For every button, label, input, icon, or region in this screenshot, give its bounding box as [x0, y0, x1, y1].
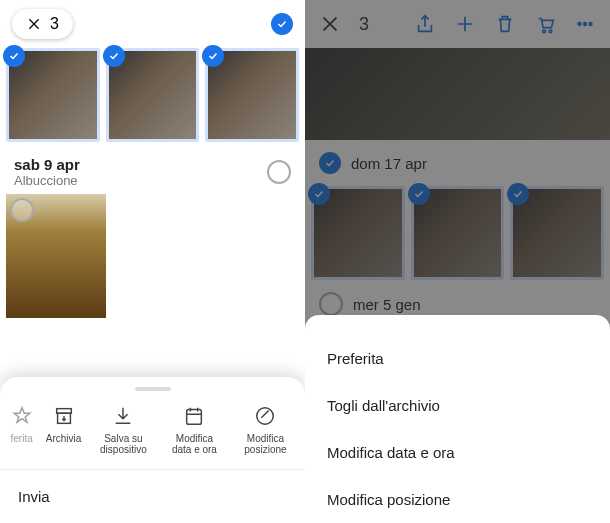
section-select-circle[interactable] [267, 160, 291, 184]
photo-thumb[interactable] [6, 48, 100, 142]
photo-thumb[interactable] [6, 194, 106, 318]
send-action[interactable]: Invia [0, 470, 305, 505]
select-all-check[interactable] [271, 13, 293, 35]
action-label: Modifica data e ora [165, 433, 223, 455]
thumb-check-icon [202, 45, 224, 67]
thumb-row [0, 48, 305, 142]
photo-thumb[interactable] [106, 48, 200, 142]
svg-point-3 [257, 408, 274, 425]
edit-location-action[interactable]: Modifica posizione [236, 405, 294, 455]
action-label: Modifica posizione [236, 433, 294, 455]
action-menu: Preferita Togli dall'archivio Modifica d… [305, 315, 610, 523]
thumb-check-icon [103, 45, 125, 67]
bottom-sheet: ferita Archivia Salva su dispositivo Mod… [0, 377, 305, 523]
save-device-action[interactable]: Salva su dispositivo [94, 405, 152, 455]
selection-count: 3 [50, 15, 59, 33]
selection-bar: 3 [0, 0, 305, 48]
download-icon [112, 405, 134, 427]
star-icon [11, 405, 33, 427]
action-label: ferita [11, 433, 33, 444]
action-label: Archivia [46, 433, 82, 444]
thumb-select-circle[interactable] [10, 198, 34, 222]
section-place: Albuccione [14, 173, 80, 188]
location-edit-icon [254, 405, 276, 427]
menu-unarchive[interactable]: Togli dall'archivio [305, 382, 610, 429]
section-header: sab 9 apr Albuccione [0, 142, 305, 188]
archive-icon [53, 405, 75, 427]
photo-thumb[interactable] [205, 48, 299, 142]
action-row: ferita Archivia Salva su dispositivo Mod… [0, 405, 305, 470]
sheet-grabber[interactable] [135, 387, 171, 391]
android-pane: 3 sab 9 apr Albuccione ferita Arc [0, 0, 305, 523]
menu-favorite[interactable]: Preferita [305, 335, 610, 382]
selection-chip[interactable]: 3 [12, 9, 73, 39]
thumb-check-icon [3, 45, 25, 67]
close-icon[interactable] [26, 16, 42, 32]
archive-action[interactable]: Archivia [46, 405, 82, 455]
calendar-icon [183, 405, 205, 427]
svg-rect-2 [187, 410, 202, 425]
menu-edit-date[interactable]: Modifica data e ora [305, 429, 610, 476]
thumb-row [0, 188, 305, 318]
action-label: Salva su dispositivo [94, 433, 152, 455]
ios-pane: 3 dom 17 apr mer 5 gen Preferita Togl [305, 0, 610, 523]
favorite-action[interactable]: ferita [11, 405, 33, 455]
menu-edit-location[interactable]: Modifica posizione [305, 476, 610, 523]
edit-date-action[interactable]: Modifica data e ora [165, 405, 223, 455]
section-date: sab 9 apr [14, 156, 80, 173]
